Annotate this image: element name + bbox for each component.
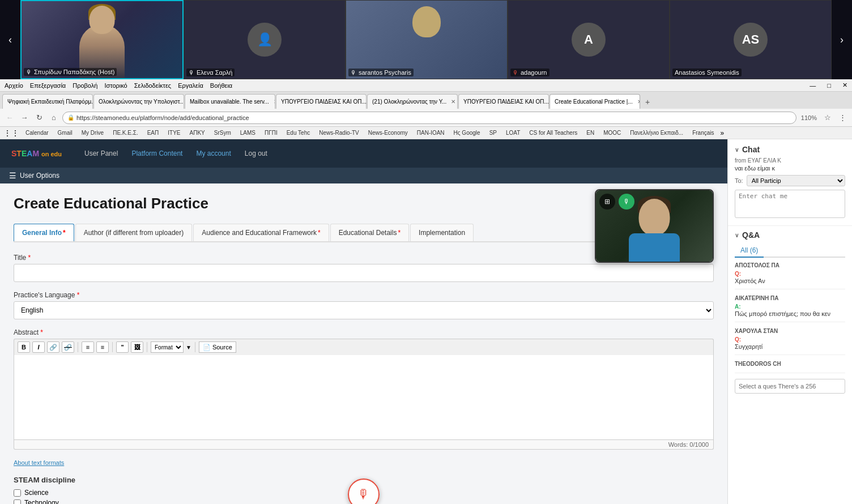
bookmark-en[interactable]: EN [583,129,597,136]
chat-input[interactable] [735,190,845,218]
rte-body[interactable] [14,355,714,440]
qa-tab-all[interactable]: All (6) [735,244,764,258]
chat-to-select[interactable]: All Particip [747,175,845,186]
browser-tab-1[interactable]: Ψηφιακή Εκπαιδευτική Πλατφόρμ... ✕ [2,94,93,109]
menu-view[interactable]: Προβολή [73,82,97,89]
browser-tab-6[interactable]: ΥΠΟΥΡΓΕΙΟ ΠΑΙΔΕΙΑΣ ΚΑΙ ΟΠ... ✕ [458,94,549,109]
bookmark-panellinio[interactable]: Πανελλήνιο Εκπαιδ... [627,129,686,136]
bookmark-lams[interactable]: LAMS [237,129,258,136]
rte-divider-4 [195,342,195,352]
menu-edit[interactable]: Επεξεργασία [30,82,66,89]
video-prev-button[interactable]: ‹ [0,0,20,79]
bookmark-pekes[interactable]: ΠΕ.Κ.Ε.Σ. [110,129,141,136]
bookmark-drive[interactable]: My Drive [79,129,107,136]
rte-image[interactable]: 🖼 [131,341,143,353]
nav-logout[interactable]: Log out [245,150,267,157]
bookmark-calendar[interactable]: Calendar [23,129,52,136]
nav-back-button[interactable]: ← [3,112,16,124]
menu-tools[interactable]: Εργαλεία [178,82,203,89]
bookmark-google[interactable]: Ης Google [451,129,483,136]
bookmark-edu[interactable]: Edu Tehc [284,129,313,136]
bookmark-pinpi[interactable]: ΠΓΠΙ [262,129,280,136]
qa-chevron-icon: ∨ [735,232,739,238]
pip-grid-button[interactable]: ⊞ [599,194,615,210]
chat-from: from ΕΥΑΓ ΕΛΙΑ K [735,157,845,164]
bookmark-francais[interactable]: Français [689,129,717,136]
address-bar[interactable]: 🔒 https://steamonedu.eu/platform/node/ad… [62,112,796,124]
nav-menu-button[interactable]: ⋮ [836,112,849,124]
nav-forward-button[interactable]: → [18,112,31,124]
chat-header: ∨ Chat [735,145,845,154]
browser-tab-3[interactable]: Mailbox unavailable. The serv... ✕ [185,94,275,109]
language-select[interactable]: English [14,301,714,319]
nav-reload-button[interactable]: ↻ [33,112,45,124]
tab-audience[interactable]: Audience and Educational Framework* [193,224,329,241]
bookmark-gmail[interactable]: Gmail [55,129,75,136]
rte-italic[interactable]: I [32,341,45,353]
browser-tab-5[interactable]: (21) Ολοκληρώνοντας την Υ... ✕ [367,94,458,109]
tab-close-3[interactable]: ✕ [274,99,275,105]
abstract-field: Abstract * B I 🔗 🔗 ≡ ≡ " 🖼 Format [14,328,714,450]
window-close[interactable]: ✕ [842,82,847,89]
nav-platform-content[interactable]: Platform Content [131,150,182,157]
bookmark-eap[interactable]: ΕΑΠ [144,129,162,136]
menu-file[interactable]: Αρχείο [5,82,23,89]
menu-history[interactable]: Ιστορικό [104,82,127,89]
new-tab-button[interactable]: + [641,95,654,109]
tab-implementation[interactable]: Implementation [410,224,474,241]
nav-bookmark-button[interactable]: ☆ [821,112,834,124]
tab-educational-details[interactable]: Educational Details* [330,224,409,241]
bookmark-sp[interactable]: SP [487,129,500,136]
about-formats-link[interactable]: About text formats [14,459,64,466]
video-participant-1: 🎙 Σπυρίδων Παπαδάκης (Host) [20,0,184,79]
tab-author[interactable]: Author (if different from uploader) [75,224,193,241]
video-next-button[interactable]: › [832,0,852,79]
mic-icon-muted-4: 🎙 [513,70,518,76]
chat-message: ναι εδω είμαι κ [735,165,845,172]
bookmark-itye[interactable]: ΙΤΥΕ [165,129,183,136]
pip-body [629,233,680,262]
rte-format-select[interactable]: Format [151,341,184,353]
browser-tab-4[interactable]: ΥΠΟΥΡΓΕΙΟ ΠΑΙΔΕΙΑΣ ΚΑΙ ΟΠ... ✕ [276,94,367,109]
tab-close-5[interactable]: ✕ [451,99,455,105]
abstract-label: Abstract * [14,328,714,336]
bookmark-apky[interactable]: ΑΠΚΥ [187,129,208,136]
window-maximize[interactable]: □ [827,82,831,89]
checkbox-science-input[interactable] [14,489,21,497]
menu-help[interactable]: Βοήθεια [210,82,232,89]
browser-tab-2[interactable]: Ολοκληρώνοντας την Υπολογιστ... ✕ [93,94,184,109]
qa-q-text-1: Χριστός Αν [735,277,845,284]
tab-general-info[interactable]: General Info* [14,224,74,241]
rte-numbered-list[interactable]: ≡ [96,341,109,353]
menu-bookmarks[interactable]: Σελιδοδείκτες [134,82,171,89]
bookmark-mooc[interactable]: MOOC [600,129,624,136]
checkbox-technology-input[interactable] [14,499,21,505]
tab-close-7[interactable]: ✕ [637,99,640,105]
bookmark-news-radio[interactable]: News-Radio-TV [316,129,362,136]
hamburger-icon[interactable]: ☰ [9,171,16,180]
bookmark-loat[interactable]: LOAT [503,129,523,136]
bookmarks-overflow[interactable]: » [721,129,725,137]
nav-home-button[interactable]: ⌂ [48,112,60,124]
rte-link[interactable]: 🔗 [47,341,59,353]
pip-mic-button[interactable]: 🎙 [619,194,634,210]
nav-user-panel[interactable]: User Panel [84,150,118,157]
nav-my-account[interactable]: My account [196,150,231,157]
rte-unlink[interactable]: 🔗 [62,341,74,353]
rte-blockquote[interactable]: " [116,341,129,353]
title-input[interactable] [14,264,714,282]
pip-video: ⊞ 🎙 [595,189,714,263]
bookmark-pan-ioan[interactable]: ΠΑΝ-ΙΟΑΝ [414,129,448,136]
qa-q-label-1: Q: [735,271,741,277]
rte-bullet-list[interactable]: ≡ [82,341,94,353]
avatar-2: 👤 [248,23,282,57]
bookmark-cs[interactable]: CS for All Teachers [526,129,580,136]
bookmark-srsym[interactable]: SrSym [211,129,234,136]
browser-tab-7[interactable]: Create Educational Practice |... ✕ [549,94,640,109]
bookmark-news-economy[interactable]: News-Economy [365,129,411,136]
window-minimize[interactable]: — [810,82,816,89]
rte-toolbar: B I 🔗 🔗 ≡ ≡ " 🖼 Format ▼ [14,339,714,355]
rte-source-button[interactable]: 📄 Source [199,341,236,353]
qa-tabs: All (6) [735,244,845,258]
rte-bold[interactable]: B [18,341,30,353]
